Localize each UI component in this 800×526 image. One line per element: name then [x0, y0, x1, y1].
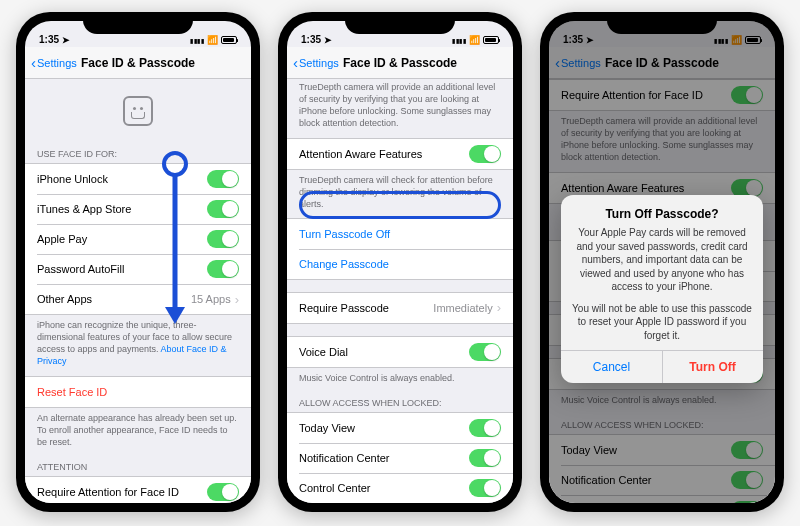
switch-on[interactable] — [207, 260, 239, 278]
chevron-right-icon: › — [235, 292, 239, 307]
cell-label: Attention Aware Features — [299, 148, 422, 160]
status-time: 1:35 — [563, 34, 583, 45]
section-header-allow: ALLOW ACCESS WHEN LOCKED: — [287, 392, 513, 412]
alert-turnoff-button[interactable]: Turn Off — [662, 351, 763, 383]
cell-attention-aware[interactable]: Attention Aware Features — [287, 139, 513, 169]
cell-label: Apple Pay — [37, 233, 87, 245]
cell-label: Turn Passcode Off — [299, 228, 390, 240]
footer-voicedial: Music Voice Control is always enabled. — [287, 368, 513, 392]
cell-change-passcode[interactable]: Change Passcode — [287, 249, 513, 279]
back-button[interactable]: ‹Settings — [555, 55, 601, 70]
chevron-left-icon: ‹ — [555, 55, 560, 70]
cell-today-view[interactable]: Today View — [549, 435, 775, 465]
cell-turn-passcode-off[interactable]: Turn Passcode Off — [287, 219, 513, 249]
location-icon: ➤ — [62, 35, 70, 45]
faceid-icon — [123, 96, 153, 126]
phone-2: 1:35➤ ‹Settings Face ID & Passcode TrueD… — [278, 12, 522, 512]
battery-icon — [221, 36, 237, 44]
signal-icon — [452, 34, 466, 45]
settings-content[interactable]: TrueDepth camera will provide an additio… — [287, 79, 513, 503]
alert-message-2: You will not be able to use this passcod… — [571, 302, 753, 343]
switch-on[interactable] — [207, 170, 239, 188]
cell-label: Require Attention for Face ID — [37, 486, 179, 498]
section-header-use-for: USE FACE ID FOR: — [25, 143, 251, 163]
cell-itunes[interactable]: iTunes & App Store — [25, 194, 251, 224]
chevron-left-icon: ‹ — [31, 55, 36, 70]
status-time: 1:35 — [39, 34, 59, 45]
cell-apple-pay[interactable]: Apple Pay — [25, 224, 251, 254]
intro-footer: TrueDepth camera will provide an additio… — [287, 79, 513, 138]
alert-title: Turn Off Passcode? — [571, 207, 753, 221]
footer-truedepth: TrueDepth camera will provide an additio… — [549, 111, 775, 172]
cell-today-view[interactable]: Today View — [287, 413, 513, 443]
wifi-icon — [731, 34, 742, 45]
cell-other-apps[interactable]: Other Apps15 Apps› — [25, 284, 251, 314]
settings-content[interactable]: USE FACE ID FOR: iPhone Unlock iTunes & … — [25, 79, 251, 503]
alert-cancel-button[interactable]: Cancel — [561, 351, 662, 383]
cell-autofill[interactable]: Password AutoFill — [25, 254, 251, 284]
footer-alternate: An alternate appearance has already been… — [25, 408, 251, 456]
switch-on[interactable] — [207, 200, 239, 218]
nav-bar: ‹Settings Face ID & Passcode — [287, 47, 513, 79]
status-time: 1:35 — [301, 34, 321, 45]
phone-1: 1:35➤ ‹Settings Face ID & Passcode USE F… — [16, 12, 260, 512]
cell-notification-center[interactable]: Notification Center — [549, 465, 775, 495]
switch-on[interactable] — [469, 145, 501, 163]
back-label: Settings — [561, 57, 601, 69]
signal-icon — [190, 34, 204, 45]
cell-iphone-unlock[interactable]: iPhone Unlock — [25, 164, 251, 194]
alert-buttons: Cancel Turn Off — [561, 350, 763, 383]
other-apps-count: 15 Apps — [191, 293, 231, 305]
cell-label: Reset Face ID — [37, 386, 107, 398]
cell-control-center[interactable]: Control Center — [287, 473, 513, 503]
cell-require-attention[interactable]: Require Attention for Face ID — [549, 80, 775, 110]
signal-icon — [714, 34, 728, 45]
notch — [345, 12, 455, 34]
switch-on[interactable] — [731, 179, 763, 197]
cell-label: Notification Center — [299, 452, 390, 464]
switch-on[interactable] — [469, 419, 501, 437]
switch-on[interactable] — [207, 483, 239, 501]
cell-require-attention[interactable]: Require Attention for Face ID — [25, 477, 251, 503]
notch — [83, 12, 193, 34]
cell-label: Change Passcode — [299, 258, 389, 270]
switch-on[interactable] — [469, 479, 501, 497]
cell-label: Notification Center — [561, 474, 652, 486]
switch-on[interactable] — [731, 441, 763, 459]
cell-notification-center[interactable]: Notification Center — [287, 443, 513, 473]
screen-2: 1:35➤ ‹Settings Face ID & Passcode TrueD… — [287, 21, 513, 503]
footer-voicedial: Music Voice Control is always enabled. — [549, 390, 775, 414]
switch-on[interactable] — [469, 343, 501, 361]
cell-label: Other Apps — [37, 293, 92, 305]
require-passcode-value: Immediately — [433, 302, 492, 314]
switch-on[interactable] — [731, 471, 763, 489]
cell-label: Attention Aware Features — [561, 182, 684, 194]
cell-control-center[interactable]: Control Center — [549, 495, 775, 503]
section-header-allow: ALLOW ACCESS WHEN LOCKED: — [549, 414, 775, 434]
cell-require-passcode[interactable]: Require PasscodeImmediately› — [287, 293, 513, 323]
location-icon: ➤ — [586, 35, 594, 45]
turn-off-passcode-alert: Turn Off Passcode? Your Apple Pay cards … — [561, 195, 763, 383]
screen-1: 1:35➤ ‹Settings Face ID & Passcode USE F… — [25, 21, 251, 503]
cell-reset-faceid[interactable]: Reset Face ID — [25, 377, 251, 407]
cell-label: Today View — [299, 422, 355, 434]
cell-voice-dial[interactable]: Voice Dial — [287, 337, 513, 367]
nav-bar: ‹Settings Face ID & Passcode — [549, 47, 775, 79]
cell-label: Password AutoFill — [37, 263, 124, 275]
chevron-right-icon: › — [497, 300, 501, 315]
back-button[interactable]: ‹Settings — [293, 55, 339, 70]
back-button[interactable]: ‹Settings — [31, 55, 77, 70]
switch-on[interactable] — [469, 449, 501, 467]
screen-3: 1:35➤ ‹Settings Face ID & Passcode Requi… — [549, 21, 775, 503]
switch-on[interactable] — [731, 86, 763, 104]
switch-on[interactable] — [731, 501, 763, 503]
use-faceid-group: iPhone Unlock iTunes & App Store Apple P… — [25, 163, 251, 315]
switch-on[interactable] — [207, 230, 239, 248]
battery-icon — [483, 36, 499, 44]
location-icon: ➤ — [324, 35, 332, 45]
alert-message-1: Your Apple Pay cards will be removed and… — [571, 226, 753, 294]
cell-label: Voice Dial — [299, 346, 348, 358]
wifi-icon — [469, 34, 480, 45]
cell-label: iTunes & App Store — [37, 203, 131, 215]
back-label: Settings — [299, 57, 339, 69]
